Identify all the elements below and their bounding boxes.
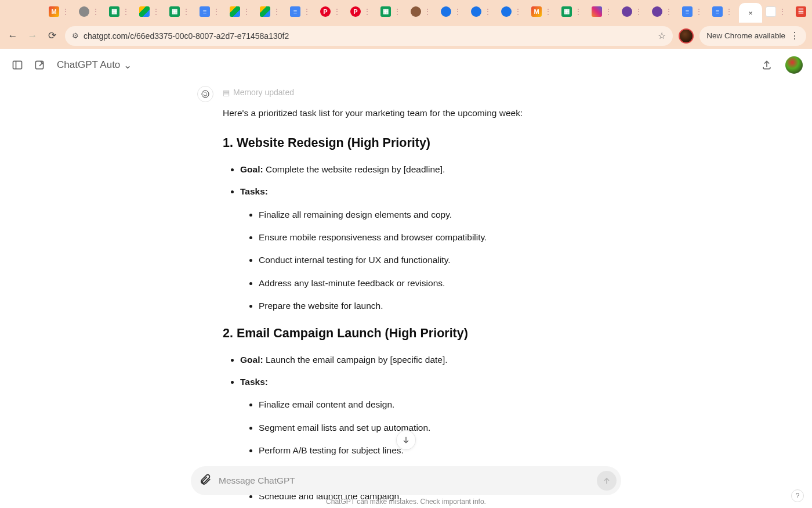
send-button[interactable] [597, 471, 617, 491]
composer: Message ChatGPT [191, 466, 621, 495]
memory-text: Memory updated [233, 86, 294, 100]
tab-docs-3[interactable]: ≡⋮ [679, 6, 709, 17]
task-item: Finalize email content and design. [259, 397, 615, 412]
face-icon [411, 6, 421, 17]
task-item: Address any last-minute feedback or revi… [259, 276, 615, 291]
tab-instagram[interactable]: ⋮ [588, 6, 618, 17]
tab-blue[interactable]: ⋮ [437, 6, 467, 17]
tab-web[interactable]: ⋮ [75, 6, 106, 17]
task-item: Perform A/B testing for subject lines. [259, 443, 615, 458]
chat-body: ▤ Memory updated Here's a prioritized ta… [0, 81, 812, 508]
close-icon[interactable]: × [748, 9, 753, 17]
docs-icon: ≡ [200, 6, 210, 17]
sheets-icon: ▦ [380, 6, 391, 17]
arrow-up-icon [602, 476, 611, 485]
list-item: Goal: Launch the email campaign by [spec… [240, 352, 615, 368]
message-input[interactable]: Message ChatGPT [191, 466, 621, 495]
tab-sheets-4[interactable]: ▦⋮ [558, 6, 588, 17]
gmail-icon: M [531, 6, 542, 17]
attach-button[interactable] [199, 473, 212, 488]
tab-blue-2[interactable]: ⋮ [467, 6, 498, 17]
model-name: ChatGPT Auto [57, 59, 120, 71]
memory-icon: ▤ [223, 87, 230, 99]
site-info-icon[interactable]: ⚙ [72, 31, 79, 40]
tasks-list-1: Finalize all remaining design elements a… [240, 207, 615, 314]
new-chat-button[interactable] [31, 57, 48, 73]
circle-icon [471, 6, 481, 17]
globe-icon [79, 6, 89, 17]
docs-icon: ≡ [290, 6, 300, 17]
task-item: Finalize all remaining design elements a… [259, 207, 615, 222]
arrow-down-icon [401, 435, 411, 445]
tab-drive[interactable]: ⋮ [136, 6, 166, 17]
section-heading-2: 2. Email Campaign Launch (High Priority) [223, 323, 615, 344]
chrome-update-button[interactable]: New Chrome available ⋮ [699, 26, 806, 46]
kebab-icon[interactable]: ⋮ [790, 30, 799, 41]
bookmark-icon[interactable]: ☆ [658, 30, 666, 41]
reload-button[interactable]: ⟳ [45, 30, 59, 42]
model-selector[interactable]: ChatGPT Auto ⌄ [53, 59, 132, 71]
browser-profile-avatar[interactable] [679, 28, 694, 44]
sheets-icon: ▦ [109, 6, 119, 17]
list-item: Tasks: Finalize all remaining design ele… [240, 184, 615, 314]
tab-todoist[interactable]: ☰⋮ [792, 6, 812, 17]
task-item: Prepare the website for launch. [259, 298, 615, 314]
svg-rect-0 [13, 61, 22, 69]
disclaimer-text: ChatGPT can make mistakes. Check importa… [0, 498, 812, 506]
openai-icon [766, 6, 776, 17]
drive-icon [230, 6, 240, 17]
tab-blue-3[interactable]: ⋮ [498, 6, 528, 17]
tab-pinterest-2[interactable]: P⋮ [347, 6, 377, 17]
drive-icon [260, 6, 270, 17]
address-bar[interactable]: ⚙ chatgpt.com/c/66ed3375-00c0-8007-a2d7-… [65, 26, 673, 46]
tab-purple-2[interactable]: ⋮ [648, 6, 679, 17]
chatgpt-page: ChatGPT Auto ⌄ ▤ Memory updated Here [0, 49, 812, 508]
svg-point-3 [202, 91, 209, 98]
tab-docs-4[interactable]: ≡⋮ [709, 6, 739, 17]
todoist-icon: ☰ [796, 6, 806, 17]
active-tab[interactable]: × [739, 3, 762, 23]
docs-icon: ≡ [682, 6, 693, 17]
tab-sheets[interactable]: ▦⋮ [106, 6, 136, 17]
task-item: Conduct internal testing for UX and func… [259, 253, 615, 268]
docs-icon: ≡ [712, 6, 723, 17]
url-text: chatgpt.com/c/66ed3375-00c0-8007-a2d7-e7… [84, 31, 289, 41]
chatgpt-header: ChatGPT Auto ⌄ [0, 49, 812, 81]
task-item: Ensure mobile responsiveness and browser… [259, 230, 615, 245]
tab-drive-3[interactable]: ⋮ [256, 6, 287, 17]
sheets-icon: ▦ [169, 6, 180, 17]
back-button[interactable]: ← [6, 30, 20, 42]
tab-gmail[interactable]: M⋮ [45, 6, 75, 17]
tab-drive-2[interactable]: ⋮ [226, 6, 256, 17]
forward-button[interactable]: → [26, 30, 39, 42]
paperclip-icon [199, 473, 212, 486]
sheets-icon: ▦ [561, 6, 572, 17]
tab-docs[interactable]: ≡⋮ [196, 6, 226, 17]
sidebar-toggle-button[interactable] [9, 57, 26, 73]
chrome-update-label: New Chrome available [706, 31, 785, 40]
memory-updated-badge[interactable]: ▤ Memory updated [223, 86, 294, 100]
assistant-message-content: ▤ Memory updated Here's a prioritized ta… [223, 85, 615, 508]
instagram-icon [592, 6, 602, 17]
input-placeholder: Message ChatGPT [219, 475, 590, 486]
tab-purple[interactable]: ⋮ [618, 6, 648, 17]
tab-pinterest[interactable]: P⋮ [317, 6, 347, 17]
tab-docs-2[interactable]: ≡⋮ [287, 6, 317, 17]
tab-sheets-2[interactable]: ▦⋮ [166, 6, 196, 17]
tab-face[interactable]: ⋮ [407, 6, 437, 17]
tab-gmail-2[interactable]: M⋮ [528, 6, 558, 17]
openai-logo-icon [201, 89, 210, 99]
circle-icon [652, 6, 662, 17]
circle-icon [622, 6, 632, 17]
circle-icon [441, 6, 451, 17]
tab-openai[interactable]: ⋮ [762, 6, 792, 17]
browser-toolbar: ← → ⟳ ⚙ chatgpt.com/c/66ed3375-00c0-8007… [0, 23, 812, 49]
help-button[interactable]: ? [791, 489, 804, 502]
scroll-down-button[interactable] [396, 430, 416, 450]
tab-sheets-3[interactable]: ▦⋮ [377, 6, 407, 17]
share-button[interactable] [759, 57, 775, 73]
user-avatar[interactable] [785, 56, 803, 74]
section-1-list: Goal: Complete the website redesign by [… [223, 162, 615, 314]
intro-text: Here's a prioritized task list for your … [223, 106, 615, 121]
gmail-icon: M [49, 6, 59, 17]
